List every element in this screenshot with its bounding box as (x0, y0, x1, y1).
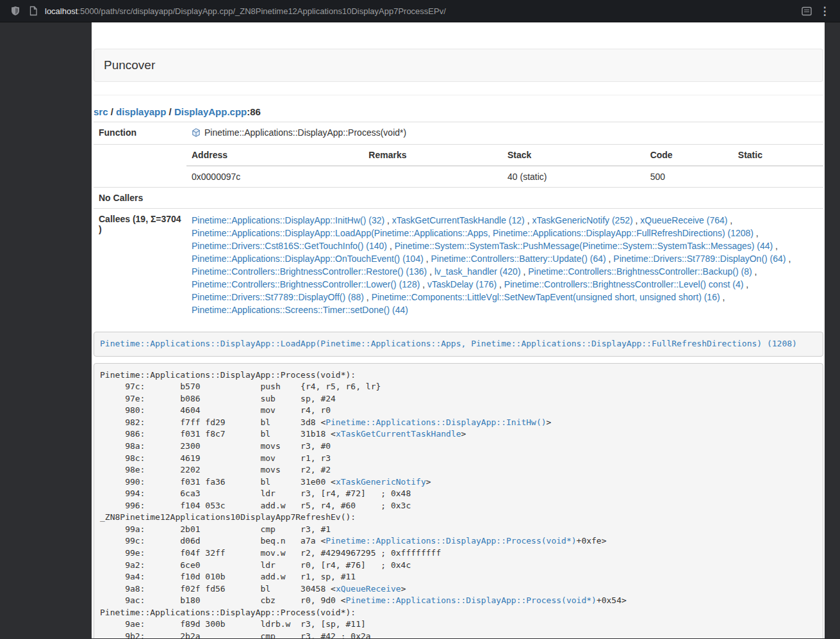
app-title[interactable]: Puncover (104, 58, 155, 72)
function-label: Function (94, 122, 186, 145)
stats-cell: AddressRemarksStackCodeStatic 0x0000097c… (186, 145, 823, 188)
stats-header-static: Static (733, 145, 823, 166)
content-container: Puncover src / displayapp / DisplayApp.c… (92, 22, 825, 638)
function-name: Pinetime::Applications::DisplayApp::Proc… (204, 127, 406, 138)
stats-header-remarks: Remarks (363, 145, 502, 166)
breadcrumb: src / displayapp / DisplayApp.cpp:86 (94, 106, 823, 118)
spacer-cell (94, 145, 186, 188)
stats-header-code: Code (645, 145, 733, 166)
callee-link[interactable]: xTaskGenericNotify (252) (532, 215, 632, 225)
function-table: Function Pinetime::Applications::Display… (94, 122, 823, 321)
callee-separator: , (364, 292, 372, 302)
shield-icon[interactable] (6, 3, 24, 19)
function-row: Function Pinetime::Applications::Display… (94, 122, 823, 145)
disasm-symbol-link[interactable]: Pinetime::Applications::DisplayApp::Proc… (325, 536, 576, 546)
stats-value-code: 500 (645, 166, 733, 187)
callee-link[interactable]: Pinetime::Drivers::St7789::DisplayOn() (… (613, 254, 786, 264)
method-icon (192, 128, 201, 139)
callees-row: Callees (19, Σ=3704 ) Pinetime::Applicat… (94, 209, 823, 322)
callee-link[interactable]: Pinetime::Applications::DisplayApp::Init… (192, 215, 384, 225)
url-bar[interactable]: localhost:5000/path/src/displayapp/Displ… (45, 6, 798, 16)
symbol-link[interactable]: Pinetime::Applications::DisplayApp::Load… (100, 339, 797, 348)
callee-link[interactable]: Pinetime::Drivers::Cst816S::GetTouchInfo… (192, 241, 387, 251)
callee-separator: , (497, 279, 504, 289)
shield-icon-svg (10, 6, 21, 16)
no-callers-label: No Callers (94, 188, 186, 209)
callee-link[interactable]: Pinetime::Controllers::Battery::Update()… (431, 254, 606, 264)
divider (94, 95, 823, 95)
disasm-symbol-link[interactable]: Pinetime::Applications::DisplayApp::Init… (325, 417, 546, 427)
stats-value-address: 0x0000097c (186, 166, 363, 187)
callee-separator: , (743, 279, 748, 289)
disasm-symbol-link[interactable]: Pinetime::Applications::DisplayApp::Proc… (346, 595, 597, 605)
callee-link[interactable]: Pinetime::Components::LittleVgl::SetNewT… (372, 292, 720, 302)
stats-value-remarks (363, 166, 502, 187)
stats-value-row: 0x0000097c40 (static)500 (186, 166, 823, 187)
callee-separator: , (727, 215, 732, 225)
callee-separator: , (754, 228, 759, 238)
page-icon (24, 3, 42, 19)
breadcrumb-link[interactable]: src (94, 106, 108, 117)
callee-link[interactable]: Pinetime::Applications::DisplayApp::OnTo… (192, 254, 424, 264)
disasm-symbol-link[interactable]: xTaskGetCurrentTaskHandle (336, 429, 461, 439)
disasm-symbol-link[interactable]: xTaskGenericNotify (336, 477, 426, 487)
disasm-symbol-link[interactable]: xQueueReceive (336, 584, 401, 594)
stats-header-row: AddressRemarksStackCodeStatic (186, 145, 823, 166)
no-callers-cell (186, 188, 823, 209)
callees-cell: Pinetime::Applications::DisplayApp::Init… (186, 209, 823, 322)
callee-separator: , (786, 254, 791, 264)
callee-link[interactable]: Pinetime::Controllers::BrightnessControl… (528, 266, 752, 277)
callee-link[interactable]: Pinetime::Controllers::BrightnessControl… (192, 266, 427, 277)
callee-separator: , (606, 254, 614, 264)
callee-separator: , (525, 215, 532, 225)
reader-view-icon[interactable] (798, 3, 816, 19)
callee-link[interactable]: xTaskGetCurrentTaskHandle (12) (392, 215, 525, 225)
page-background: Puncover src / displayapp / DisplayApp.c… (0, 22, 840, 638)
breadcrumb-line-number: :86 (247, 106, 261, 117)
stats-value-static (733, 166, 823, 187)
disassembly: Pinetime::Applications::DisplayApp::Proc… (94, 363, 823, 638)
callee-separator: , (752, 266, 757, 277)
callee-separator: , (387, 241, 395, 251)
callee-separator: , (384, 215, 392, 225)
breadcrumb-link[interactable]: DisplayApp.cpp (174, 106, 247, 117)
page-icon-svg (29, 6, 38, 16)
function-name-cell: Pinetime::Applications::DisplayApp::Proc… (186, 122, 823, 145)
callee-link[interactable]: Pinetime::Drivers::St7789::DisplayOff() … (192, 292, 364, 302)
stats-row: AddressRemarksStackCodeStatic 0x0000097c… (94, 145, 823, 188)
stats-table: AddressRemarksStackCodeStatic 0x0000097c… (186, 145, 823, 187)
callee-link[interactable]: Pinetime::System::SystemTask::PushMessag… (395, 241, 773, 251)
callees-label: Callees (19, Σ=3704 ) (94, 209, 186, 322)
no-callers-row: No Callers (94, 188, 823, 209)
url-host: localhost (45, 6, 78, 16)
stats-value-stack: 40 (static) (502, 166, 645, 187)
breadcrumb-link[interactable]: displayapp (116, 106, 166, 117)
symbol-link-box: Pinetime::Applications::DisplayApp::Load… (94, 332, 823, 357)
callee-separator: , (720, 292, 725, 302)
breadcrumb-separator: / (166, 106, 174, 117)
toolbar-actions: ⋮ (798, 3, 834, 19)
callee-link[interactable]: Pinetime::Applications::DisplayApp::Load… (192, 228, 754, 238)
method-icon-svg (192, 128, 201, 137)
callee-link[interactable]: vTaskDelay (176) (427, 279, 497, 289)
stats-header-address: Address (186, 145, 363, 166)
callee-separator: , (420, 279, 427, 289)
callee-separator: , (633, 215, 641, 225)
callee-link[interactable]: xQueueReceive (764) (640, 215, 727, 225)
stats-header-stack: Stack (502, 145, 645, 166)
breadcrumb-separator: / (108, 106, 117, 117)
callee-separator: , (773, 241, 778, 251)
callee-separator: , (427, 266, 434, 277)
callee-separator: , (424, 254, 431, 264)
app-header: Puncover (94, 49, 823, 82)
callee-separator: , (521, 266, 529, 277)
menu-icon[interactable]: ⋮ (816, 3, 834, 19)
url-path: :5000/path/src/displayapp/DisplayApp.cpp… (78, 6, 446, 16)
callee-link[interactable]: lv_task_handler (420) (434, 266, 521, 277)
callee-link[interactable]: Pinetime::Controllers::BrightnessControl… (504, 279, 743, 289)
callee-link[interactable]: Pinetime::Applications::Screens::Timer::… (192, 305, 408, 315)
reader-view-icon-svg (802, 6, 812, 16)
browser-toolbar: localhost:5000/path/src/displayapp/Displ… (0, 0, 840, 22)
callee-link[interactable]: Pinetime::Controllers::BrightnessControl… (192, 279, 420, 289)
